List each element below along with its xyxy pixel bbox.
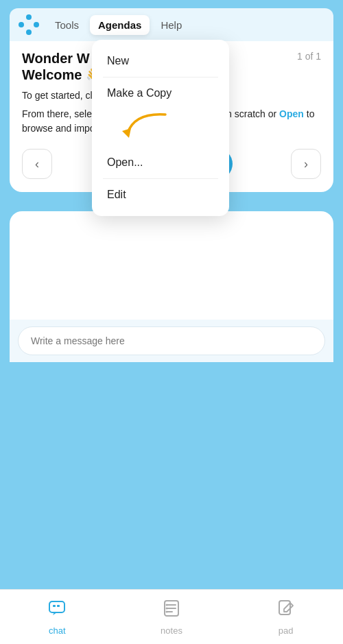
svg-rect-3 <box>57 605 60 607</box>
tab-notes[interactable]: notes <box>115 590 229 644</box>
pad-icon <box>276 599 296 623</box>
dropdown-open[interactable]: Open... <box>92 147 229 178</box>
dropdown-new[interactable]: New <box>92 45 229 77</box>
message-input[interactable] <box>18 326 325 355</box>
dropdown-make-copy[interactable]: Make a Copy <box>92 77 229 109</box>
menu-help[interactable]: Help <box>152 15 190 35</box>
chat-card <box>10 211 333 362</box>
menu-agendas[interactable]: Agendas <box>90 15 150 35</box>
page-indicator: 1 of 1 <box>297 51 321 62</box>
chat-messages-area <box>19 221 324 317</box>
card-subtitle: Welcome 👋 <box>22 67 103 83</box>
dropdown-arrow <box>92 109 229 147</box>
notes-icon <box>162 599 181 623</box>
chat-icon <box>47 599 67 623</box>
svg-point-9 <box>166 607 168 609</box>
tab-chat[interactable]: chat <box>0 590 115 644</box>
svg-rect-2 <box>53 605 56 607</box>
card-title: Wonder W <box>22 51 103 67</box>
svg-rect-1 <box>49 601 64 612</box>
chat-section <box>0 202 343 362</box>
message-input-row <box>10 320 333 362</box>
app-logo <box>18 14 40 36</box>
tab-pad[interactable]: pad <box>228 590 343 644</box>
open-link: Open <box>279 108 304 119</box>
agendas-dropdown: New Make a Copy Open... Edit <box>92 40 229 216</box>
menu-bar: Tools Agendas Help New Make a Copy Open.… <box>10 8 333 41</box>
instruction-prefix-2: From there, select <box>22 108 102 119</box>
tab-notes-label: notes <box>161 625 182 636</box>
tab-bar: chat notes pad <box>0 589 343 644</box>
next-button[interactable]: › <box>291 149 321 179</box>
svg-point-10 <box>166 610 168 612</box>
svg-marker-0 <box>122 128 131 138</box>
dropdown-edit[interactable]: Edit <box>92 179 229 211</box>
menu-tools[interactable]: Tools <box>47 15 87 35</box>
prev-button[interactable]: ‹ <box>22 149 52 179</box>
card-title-block: Wonder W Welcome 👋 <box>22 51 103 83</box>
svg-point-8 <box>166 604 168 606</box>
tab-pad-label: pad <box>279 625 294 636</box>
tab-chat-label: chat <box>49 625 66 636</box>
top-section: Tools Agendas Help New Make a Copy Open.… <box>0 0 343 192</box>
